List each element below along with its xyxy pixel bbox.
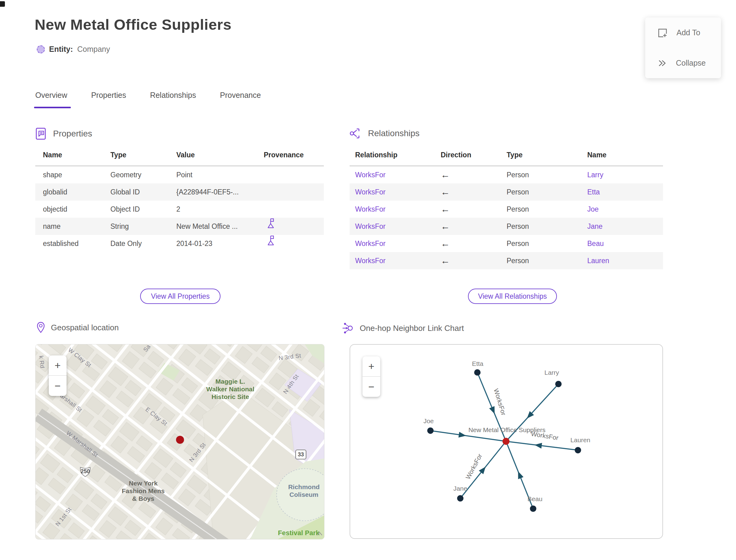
- column-header: Name: [587, 151, 607, 159]
- relationships-section-header: Relationships: [349, 127, 420, 140]
- geospatial-section-header: Geospatial location: [36, 321, 119, 334]
- geospatial-map[interactable]: 25033 k RdW Clay StSaN 3rd StN 4th StMag…: [35, 344, 324, 539]
- table-row: nameStringNew Metal Office ...: [35, 218, 324, 235]
- relationship-link[interactable]: WorksFor: [355, 235, 385, 252]
- svg-text:33: 33: [298, 451, 304, 458]
- related-entity-link[interactable]: Joe: [587, 201, 599, 218]
- entity-row: Entity: Company: [37, 45, 110, 54]
- property-value: Point: [176, 166, 192, 183]
- one-hop-link-chart[interactable]: WorksForWorksForWorksForEttaLarryJoeLaur…: [350, 344, 663, 539]
- map-zoom-out-button[interactable]: −: [49, 376, 67, 396]
- edge-arrowhead: [489, 406, 495, 414]
- edge-arrowhead: [535, 443, 542, 449]
- table-row: shapeGeometryPoint: [35, 166, 324, 183]
- column-header: Type: [507, 151, 523, 159]
- column-header: Direction: [441, 151, 471, 159]
- entity-type-value: Company: [77, 45, 110, 54]
- chart-node-larry[interactable]: [555, 381, 562, 387]
- page-title: New Metal Office Suppliers: [35, 16, 232, 33]
- chart-node-label: Beau: [527, 495, 542, 502]
- direction-arrow: ←: [441, 166, 450, 183]
- relationship-link[interactable]: WorksFor: [355, 166, 385, 183]
- svg-text:250: 250: [81, 468, 90, 474]
- link-chart-section-title: One-hop Neighbor Link Chart: [360, 324, 464, 333]
- table-row: WorksFor←PersonBeau: [350, 235, 663, 252]
- tab-relationships[interactable]: Relationships: [150, 91, 196, 108]
- tab-overview[interactable]: Overview: [35, 91, 67, 108]
- relationships-icon: [349, 127, 362, 140]
- column-header: Provenance: [264, 151, 304, 159]
- chart-center-node[interactable]: [503, 438, 510, 445]
- chart-center-label: New Metal Office Suppliers: [468, 426, 545, 433]
- related-entity-link[interactable]: Etta: [587, 183, 600, 201]
- app-corner-mark: [0, 1, 5, 7]
- related-entity-link[interactable]: Beau: [587, 235, 604, 252]
- relationship-link[interactable]: WorksFor: [355, 218, 385, 235]
- provenance-flag-icon[interactable]: [267, 218, 275, 235]
- table-row: objectidObject ID2: [35, 201, 324, 218]
- related-entity-link[interactable]: Jane: [587, 218, 603, 235]
- table-row: establishedDate Only2014-01-23: [35, 235, 324, 252]
- add-to-icon: [657, 27, 668, 38]
- tab-properties[interactable]: Properties: [91, 91, 126, 108]
- column-header: Value: [176, 151, 195, 159]
- edge-arrowhead: [518, 471, 523, 479]
- related-entity-type: Person: [507, 183, 529, 201]
- property-name: globalid: [43, 183, 67, 201]
- related-entity-type: Person: [507, 166, 529, 183]
- related-entity-type: Person: [507, 235, 529, 252]
- link-chart-icon: [342, 322, 354, 334]
- related-entity-link[interactable]: Larry: [587, 166, 603, 183]
- view-all-properties-button[interactable]: View All Properties: [140, 289, 220, 304]
- chart-node-etta[interactable]: [474, 369, 481, 376]
- related-entity-link[interactable]: Lauren: [587, 252, 609, 269]
- provenance-flag-icon[interactable]: [267, 235, 275, 252]
- collapse-button[interactable]: Collapse: [645, 48, 721, 78]
- property-type: Date Only: [110, 235, 142, 252]
- properties-section-header: Properties: [35, 127, 92, 140]
- relationship-link[interactable]: WorksFor: [355, 252, 385, 269]
- direction-arrow: ←: [441, 183, 450, 201]
- chart-node-label: Jane: [453, 485, 467, 492]
- chart-node-joe[interactable]: [427, 428, 434, 434]
- relationship-link[interactable]: WorksFor: [355, 201, 385, 218]
- property-name: objectid: [43, 201, 67, 218]
- link-chart-section-header: One-hop Neighbor Link Chart: [342, 322, 464, 334]
- table-row: globalidGlobal ID{A228944F-0EF5-...: [35, 183, 324, 201]
- tab-provenance[interactable]: Provenance: [220, 91, 261, 108]
- chart-zoom-control: + −: [362, 356, 380, 397]
- property-type: String: [110, 218, 129, 235]
- map-zoom-in-button[interactable]: +: [49, 355, 67, 376]
- edge-lauren: [506, 441, 578, 450]
- route-shield-33: 33: [296, 450, 306, 459]
- actions-panel: Add To Collapse: [645, 17, 721, 78]
- geospatial-section-title: Geospatial location: [51, 323, 119, 332]
- view-all-relationships-button[interactable]: View All Relationships: [468, 289, 557, 304]
- chart-zoom-out-button[interactable]: −: [362, 377, 380, 397]
- relationships-table-header: RelationshipDirectionTypeName: [350, 147, 663, 166]
- edge-arrowhead: [458, 432, 466, 438]
- edge-arrowhead: [479, 467, 485, 474]
- chart-node-lauren[interactable]: [575, 447, 581, 453]
- chart-node-beau[interactable]: [530, 505, 536, 512]
- map-location-marker: [176, 436, 184, 444]
- property-value: New Metal Office ...: [176, 218, 238, 235]
- related-entity-type: Person: [507, 252, 529, 269]
- relationship-link[interactable]: WorksFor: [355, 183, 385, 201]
- table-row: WorksFor←PersonEtta: [350, 183, 663, 201]
- properties-table: NameTypeValueProvenanceshapeGeometryPoin…: [35, 147, 324, 252]
- chart-node-label: Lauren: [570, 436, 590, 443]
- add-to-label: Add To: [677, 28, 700, 37]
- column-header: Type: [110, 151, 126, 159]
- table-row: WorksFor←PersonLauren: [350, 252, 663, 269]
- map-zoom-control: + −: [49, 355, 67, 396]
- property-type: Global ID: [110, 183, 140, 201]
- edge-label: WorksFor: [493, 388, 507, 416]
- chart-node-jane[interactable]: [457, 495, 464, 501]
- tabs: OverviewPropertiesRelationshipsProvenanc…: [35, 91, 285, 108]
- map-label: Festival Park: [278, 529, 320, 537]
- chart-zoom-in-button[interactable]: +: [362, 356, 380, 377]
- property-type: Object ID: [110, 201, 140, 218]
- collapse-label: Collapse: [676, 59, 706, 67]
- add-to-button[interactable]: Add To: [645, 17, 721, 48]
